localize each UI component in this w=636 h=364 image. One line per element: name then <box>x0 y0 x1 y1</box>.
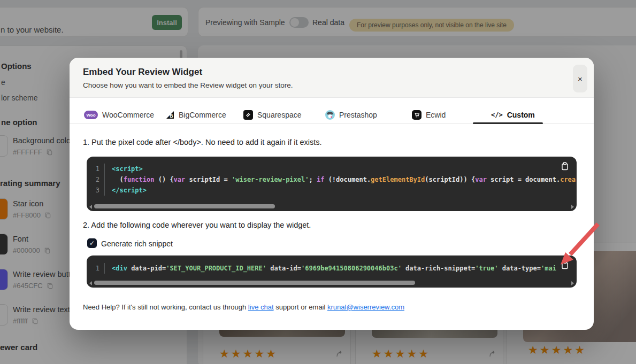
active-tab-underline <box>473 122 543 124</box>
tab-label: WooCommerce <box>102 111 154 119</box>
ecwid-logo-icon <box>412 110 422 120</box>
tab-label: Custom <box>507 111 535 119</box>
live-chat-link[interactable]: live chat <box>248 303 274 311</box>
code-icon: </> <box>491 111 503 119</box>
email-link[interactable]: krunal@wiserreview.com <box>327 303 404 311</box>
scrollbar-thumb[interactable] <box>94 281 415 285</box>
prestashop-logo-icon <box>325 110 335 120</box>
line-number: 1 <box>87 263 105 274</box>
rich-snippet-checkbox[interactable]: ✓ <box>87 238 97 248</box>
tab-custom[interactable]: </> Custom <box>491 109 535 121</box>
close-icon: × <box>578 74 583 83</box>
app-screen: n to your website. Install Previewing wi… <box>0 0 636 364</box>
tab-squarespace[interactable]: Squarespace <box>243 109 302 121</box>
modal-title: Embed Your Review Widget <box>83 67 202 78</box>
line-number: 2 <box>87 174 105 185</box>
modal-subtitle: Choose how you want to embed the Review … <box>83 81 293 89</box>
woocommerce-logo-icon: Woo <box>84 111 98 119</box>
embed-widget-modal: Embed Your Review Widget Choose how you … <box>70 58 594 330</box>
line-number: 3 <box>87 185 105 196</box>
horizontal-scrollbar <box>87 280 577 286</box>
pixel-code-block[interactable]: 1 <script> 2 (function () {var scriptId … <box>87 157 577 211</box>
svg-text:B: B <box>170 113 173 119</box>
copy-code-button[interactable] <box>560 161 570 171</box>
widget-code-block[interactable]: 1 <div data-pid='SET_YOUR_PRODUCT_ID_HER… <box>87 255 577 288</box>
tab-label: Squarespace <box>257 111 302 119</box>
squarespace-logo-icon <box>243 110 253 120</box>
horizontal-scrollbar <box>87 203 577 210</box>
modal-header <box>70 58 594 98</box>
code-line: 1 <script> <box>87 157 577 174</box>
tab-prestashop[interactable]: Prestashop <box>325 109 377 121</box>
tab-ecwid[interactable]: Ecwid <box>412 109 446 121</box>
tab-bigcommerce[interactable]: B BigCommerce <box>166 109 226 121</box>
code-line: 2 (function () {var scriptId = 'wiser-re… <box>87 174 577 185</box>
step-1-instruction: 1. Put the pixel code after </body>. No … <box>83 138 322 146</box>
step-2-instruction: 2. Add the following code wherever you w… <box>83 221 311 229</box>
bigcommerce-logo-icon: B <box>166 111 174 119</box>
tab-label: Ecwid <box>426 111 446 119</box>
scrollbar-thumb[interactable] <box>94 204 275 208</box>
tab-woocommerce[interactable]: Woo WooCommerce <box>84 109 154 121</box>
scroll-left-arrow-icon[interactable] <box>89 281 92 285</box>
scroll-left-arrow-icon[interactable] <box>89 205 92 209</box>
code-line: 1 <div data-pid='SET_YOUR_PRODUCT_ID_HER… <box>87 255 577 274</box>
red-pointer-arrow <box>546 221 604 272</box>
rich-snippet-label: Generate rich snippet <box>101 239 173 248</box>
tab-label: BigCommerce <box>179 111 226 119</box>
code-line: 3 </script> <box>87 185 577 196</box>
tab-label: Prestashop <box>339 111 377 119</box>
close-button[interactable]: × <box>573 65 587 92</box>
line-number: 1 <box>87 164 105 174</box>
scroll-right-arrow-icon[interactable] <box>571 281 574 285</box>
help-text: Need Help? If it's still not working, co… <box>83 303 404 311</box>
scroll-right-arrow-icon[interactable] <box>571 205 574 209</box>
checkmark-icon: ✓ <box>89 239 95 247</box>
